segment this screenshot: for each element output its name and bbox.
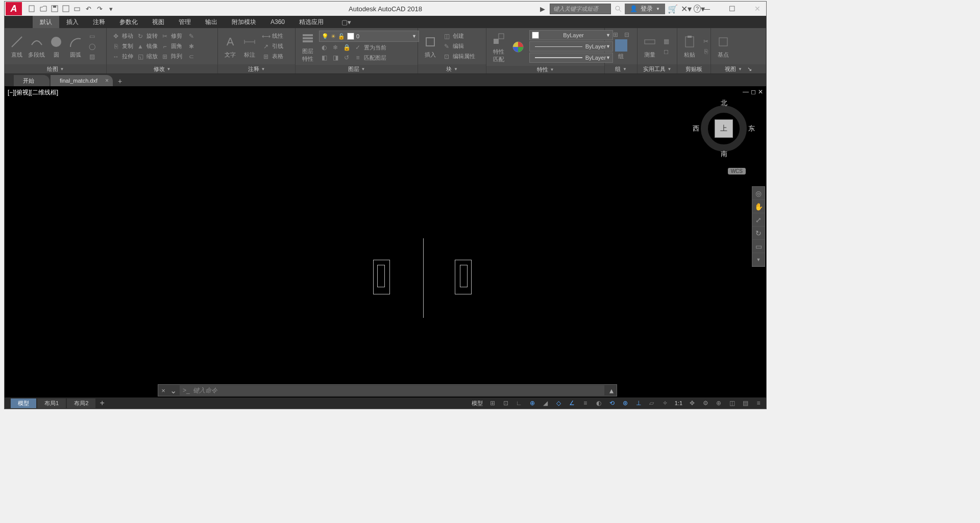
panel-layer-label[interactable]: 图层▼ — [296, 65, 418, 73]
explode-icon[interactable]: ✱ — [186, 42, 197, 51]
mirror-button[interactable]: ▲镜像 — [135, 42, 159, 51]
layer-prev-icon[interactable]: ↺ — [341, 53, 352, 62]
rotate-button[interactable]: ↻旋转 — [135, 32, 159, 41]
hatch-icon[interactable]: ▨ — [87, 52, 97, 61]
panel-block-label[interactable]: 块▼ — [418, 64, 486, 73]
color-wheel-icon[interactable] — [510, 39, 526, 55]
close-button[interactable]: ✕ — [750, 3, 765, 14]
copy-clip-icon[interactable]: ⎘ — [701, 47, 711, 56]
status-scale[interactable]: 1:1 — [673, 400, 684, 406]
navbar-expand-icon[interactable]: ▼ — [752, 253, 765, 266]
search-nav-icon[interactable]: ▶ — [537, 4, 548, 14]
zoom-extents-icon[interactable]: ⤢ — [752, 213, 765, 227]
exchange-icon[interactable]: ✕▾ — [680, 3, 692, 14]
redo-icon[interactable]: ↷ — [94, 4, 105, 14]
dimension-button[interactable]: 标注 — [241, 34, 258, 59]
layout-tab-2[interactable]: 布局2 — [67, 399, 95, 408]
table-button[interactable]: ⊞表格 — [261, 52, 284, 61]
save-icon[interactable] — [50, 4, 60, 14]
cmdline-close-icon[interactable]: × — [158, 387, 168, 394]
layout-tab-model[interactable]: 模型 — [11, 399, 36, 408]
layer-combo[interactable]: 💡 ☀ 🔓 0 ▼ — [319, 31, 419, 42]
group-icon[interactable]: ⊞ — [610, 30, 621, 39]
autocad-logo[interactable]: A — [6, 2, 22, 15]
panel-group-label[interactable]: 组▼ — [605, 64, 637, 73]
units-icon[interactable]: ◫ — [726, 399, 738, 408]
login-button[interactable]: 👤 登录 ▼ — [625, 4, 665, 14]
open-icon[interactable] — [38, 4, 48, 14]
cut-icon[interactable]: ✂ — [701, 37, 711, 46]
match-props-button[interactable]: 特性 匹配 — [491, 31, 507, 63]
tab-insert[interactable]: 插入 — [59, 16, 86, 28]
edit-attr-button[interactable]: ⊡编辑属性 — [442, 52, 476, 61]
panel-view-label[interactable]: 视图▼↘ — [711, 64, 766, 73]
iso-icon[interactable]: ◢ — [540, 399, 551, 408]
quickprops-icon[interactable]: ▤ — [740, 399, 751, 408]
select-icon[interactable]: ◻ — [661, 47, 671, 56]
command-input[interactable]: >_ 键入命令 — [180, 385, 604, 395]
snap-icon[interactable]: ⊡ — [500, 399, 511, 408]
annomon-icon[interactable]: ⊕ — [713, 399, 724, 408]
layer-lock-icon[interactable]: 🔒 — [341, 43, 352, 52]
panel-draw-label[interactable]: 绘图▼ — [5, 64, 106, 73]
tab-a360[interactable]: A360 — [263, 16, 292, 28]
tab-featured[interactable]: 精选应用 — [292, 16, 331, 28]
viewcube-top-face[interactable]: 上 — [715, 119, 733, 138]
ellipse-icon[interactable]: ◯ — [87, 42, 97, 51]
maximize-button[interactable]: ☐ — [724, 3, 740, 14]
drawing-area[interactable]: [−][俯视][二维线框] — ◻ ✕ 上 北 南 东 西 WCS ◎ ✋ ⤢ … — [5, 86, 766, 409]
gizmo-icon[interactable]: ✧ — [659, 399, 671, 408]
tab-start[interactable]: 开始 — [14, 75, 50, 86]
layer-props-button[interactable]: 图层 特性 — [300, 30, 316, 63]
close-icon[interactable]: × — [105, 77, 109, 84]
showmotion-icon[interactable]: ▭ — [752, 240, 765, 253]
viewport-label[interactable]: [−][俯视][二维线框] — [8, 88, 58, 97]
layout-add-button[interactable]: + — [96, 399, 108, 408]
panel-annotation-label[interactable]: 注释▼ — [218, 64, 295, 73]
panel-utilities-label[interactable]: 实用工具▼ — [638, 64, 677, 73]
cmdline-expand-icon[interactable]: ▴ — [606, 386, 617, 395]
rectangle-icon[interactable]: ▭ — [87, 32, 97, 41]
search-input[interactable]: 键入关键字或短语 — [550, 4, 611, 14]
transparency-icon[interactable]: ◐ — [593, 399, 604, 408]
annoscale-icon[interactable]: ✥ — [687, 399, 698, 408]
edit-block-button[interactable]: ✎编辑 — [442, 42, 476, 51]
panel-properties-label[interactable]: 特性▼ — [486, 66, 604, 73]
match-layer-button[interactable]: ≡匹配图层 — [353, 53, 387, 62]
leader-button[interactable]: ↗引线 — [261, 42, 284, 51]
orbit-icon[interactable]: ↻ — [752, 227, 765, 240]
panel-modify-label[interactable]: 修改▼ — [107, 64, 217, 73]
layer-uniso-icon[interactable]: ◨ — [330, 53, 340, 62]
customize-icon[interactable]: ≡ — [753, 399, 764, 408]
group-button[interactable]: 组 — [615, 39, 627, 60]
scale-button[interactable]: ◱缩放 — [135, 52, 159, 61]
tab-file[interactable]: final_match.dxf× — [51, 75, 113, 86]
pan-icon[interactable]: ✋ — [752, 200, 765, 213]
text-button[interactable]: A文字 — [222, 34, 238, 59]
plot-icon[interactable] — [72, 4, 82, 14]
offset-icon[interactable]: ⊂ — [186, 52, 197, 61]
fullnav-wheel-icon[interactable]: ◎ — [752, 187, 765, 200]
paste-button[interactable]: 粘贴 — [681, 34, 698, 59]
ungroup-icon[interactable]: ⊟ — [622, 30, 632, 39]
polyline-button[interactable]: 多段线 — [28, 34, 45, 59]
cart-icon[interactable]: 🛒 — [667, 3, 678, 14]
linear-button[interactable]: ⟷线性 — [261, 32, 284, 41]
undo-icon[interactable]: ↶ — [83, 4, 93, 14]
dynamic-ucs-icon[interactable]: ⊥ — [633, 399, 644, 408]
wcs-badge[interactable]: WCS — [728, 168, 746, 175]
tab-view[interactable]: 视图 — [145, 16, 172, 28]
tab-annotate[interactable]: 注释 — [86, 16, 112, 28]
vp-close-icon[interactable]: ✕ — [758, 88, 763, 95]
3dosnap-icon[interactable]: ⊛ — [620, 399, 631, 408]
lineweight-combo[interactable]: ByLayer▼ — [529, 53, 613, 63]
lineweight-icon[interactable]: ≡ — [580, 399, 591, 408]
polar-icon[interactable]: ⊕ — [527, 399, 538, 408]
vp-minimize-icon[interactable]: — — [743, 88, 749, 95]
minimize-button[interactable]: — — [699, 3, 714, 14]
tab-parametric[interactable]: 参数化 — [112, 16, 145, 28]
workspace-icon[interactable]: ⚙ — [700, 399, 711, 408]
cmdline-history-icon[interactable]: ⌄ — [168, 386, 178, 395]
saveas-icon[interactable] — [61, 4, 71, 14]
tab-addins[interactable]: 附加模块 — [225, 16, 263, 28]
